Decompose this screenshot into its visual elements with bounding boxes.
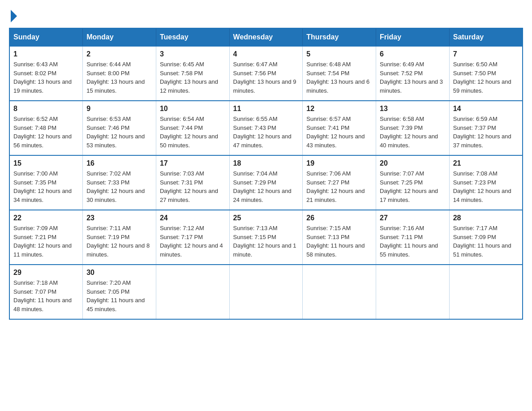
day-info: Sunrise: 6:53 AM Sunset: 7:46 PM Dayligh…: [86, 115, 152, 150]
day-number: 29: [13, 269, 79, 277]
day-info: Sunrise: 6:58 AM Sunset: 7:39 PM Dayligh…: [380, 115, 446, 150]
day-number: 15: [13, 159, 79, 167]
calendar-cell: 22 Sunrise: 7:09 AM Sunset: 7:21 PM Dayl…: [9, 210, 83, 265]
day-number: 18: [233, 159, 299, 167]
day-number: 12: [306, 105, 372, 113]
day-number: 17: [160, 159, 226, 167]
day-number: 19: [306, 159, 372, 167]
calendar-cell: 6 Sunrise: 6:49 AM Sunset: 7:52 PM Dayli…: [376, 46, 450, 101]
day-number: 22: [13, 214, 79, 222]
day-info: Sunrise: 7:02 AM Sunset: 7:33 PM Dayligh…: [86, 169, 152, 204]
day-info: Sunrise: 7:00 AM Sunset: 7:35 PM Dayligh…: [13, 169, 79, 204]
page-header: [9, 9, 523, 20]
calendar-cell: 14 Sunrise: 6:59 AM Sunset: 7:37 PM Dayl…: [449, 101, 523, 155]
day-number: 30: [86, 269, 152, 277]
day-number: 4: [233, 50, 299, 58]
day-number: 10: [160, 105, 226, 113]
day-info: Sunrise: 6:44 AM Sunset: 8:00 PM Dayligh…: [86, 60, 152, 95]
day-info: Sunrise: 7:20 AM Sunset: 7:05 PM Dayligh…: [86, 278, 152, 313]
col-header-tuesday: Tuesday: [156, 28, 229, 46]
day-info: Sunrise: 7:08 AM Sunset: 7:23 PM Dayligh…: [453, 169, 519, 204]
day-info: Sunrise: 6:49 AM Sunset: 7:52 PM Dayligh…: [380, 60, 446, 95]
day-number: 23: [86, 214, 152, 222]
day-info: Sunrise: 6:43 AM Sunset: 8:02 PM Dayligh…: [13, 60, 79, 95]
calendar-cell: 25 Sunrise: 7:13 AM Sunset: 7:15 PM Dayl…: [229, 210, 303, 265]
day-info: Sunrise: 6:47 AM Sunset: 7:56 PM Dayligh…: [233, 60, 299, 95]
calendar-cell: 20 Sunrise: 7:07 AM Sunset: 7:25 PM Dayl…: [376, 155, 450, 210]
calendar-cell: 29 Sunrise: 7:18 AM Sunset: 7:07 PM Dayl…: [9, 265, 83, 319]
calendar-week-row: 8 Sunrise: 6:52 AM Sunset: 7:48 PM Dayli…: [9, 101, 523, 155]
calendar-cell: 26 Sunrise: 7:15 AM Sunset: 7:13 PM Dayl…: [303, 210, 376, 265]
calendar-week-row: 29 Sunrise: 7:18 AM Sunset: 7:07 PM Dayl…: [9, 265, 523, 319]
calendar-week-row: 15 Sunrise: 7:00 AM Sunset: 7:35 PM Dayl…: [9, 155, 523, 210]
day-number: 5: [306, 50, 372, 58]
day-number: 9: [86, 105, 152, 113]
col-header-thursday: Thursday: [303, 28, 376, 46]
calendar-cell: 7 Sunrise: 6:50 AM Sunset: 7:50 PM Dayli…: [449, 46, 523, 101]
day-info: Sunrise: 6:50 AM Sunset: 7:50 PM Dayligh…: [453, 60, 519, 95]
day-number: 21: [453, 159, 519, 167]
calendar-cell: 30 Sunrise: 7:20 AM Sunset: 7:05 PM Dayl…: [83, 265, 156, 319]
calendar-cell: [303, 265, 376, 319]
day-info: Sunrise: 7:13 AM Sunset: 7:15 PM Dayligh…: [233, 224, 299, 259]
calendar-cell: 2 Sunrise: 6:44 AM Sunset: 8:00 PM Dayli…: [83, 46, 156, 101]
day-info: Sunrise: 7:15 AM Sunset: 7:13 PM Dayligh…: [306, 224, 372, 259]
day-info: Sunrise: 7:16 AM Sunset: 7:11 PM Dayligh…: [380, 224, 446, 259]
day-number: 11: [233, 105, 299, 113]
day-info: Sunrise: 6:59 AM Sunset: 7:37 PM Dayligh…: [453, 115, 519, 150]
calendar-cell: 13 Sunrise: 6:58 AM Sunset: 7:39 PM Dayl…: [376, 101, 450, 155]
day-info: Sunrise: 7:06 AM Sunset: 7:27 PM Dayligh…: [306, 169, 372, 204]
day-number: 16: [86, 159, 152, 167]
day-info: Sunrise: 7:18 AM Sunset: 7:07 PM Dayligh…: [13, 278, 79, 313]
col-header-wednesday: Wednesday: [229, 28, 303, 46]
calendar-cell: 11 Sunrise: 6:55 AM Sunset: 7:43 PM Dayl…: [229, 101, 303, 155]
calendar-week-row: 1 Sunrise: 6:43 AM Sunset: 8:02 PM Dayli…: [9, 46, 523, 101]
day-number: 28: [453, 214, 519, 222]
day-info: Sunrise: 7:03 AM Sunset: 7:31 PM Dayligh…: [160, 169, 226, 204]
day-info: Sunrise: 7:17 AM Sunset: 7:09 PM Dayligh…: [453, 224, 519, 259]
day-number: 1: [13, 50, 79, 58]
calendar-cell: 9 Sunrise: 6:53 AM Sunset: 7:46 PM Dayli…: [83, 101, 156, 155]
day-info: Sunrise: 6:48 AM Sunset: 7:54 PM Dayligh…: [306, 60, 372, 95]
calendar-cell: [449, 265, 523, 319]
day-info: Sunrise: 6:57 AM Sunset: 7:41 PM Dayligh…: [306, 115, 372, 150]
day-number: 3: [160, 50, 226, 58]
calendar-header-row: SundayMondayTuesdayWednesdayThursdayFrid…: [9, 28, 523, 46]
calendar-cell: 28 Sunrise: 7:17 AM Sunset: 7:09 PM Dayl…: [449, 210, 523, 265]
day-number: 7: [453, 50, 519, 58]
calendar-cell: 19 Sunrise: 7:06 AM Sunset: 7:27 PM Dayl…: [303, 155, 376, 210]
day-info: Sunrise: 7:07 AM Sunset: 7:25 PM Dayligh…: [380, 169, 446, 204]
calendar-cell: 1 Sunrise: 6:43 AM Sunset: 8:02 PM Dayli…: [9, 46, 83, 101]
day-info: Sunrise: 7:12 AM Sunset: 7:17 PM Dayligh…: [160, 224, 226, 259]
day-info: Sunrise: 7:09 AM Sunset: 7:21 PM Dayligh…: [13, 224, 79, 259]
calendar-cell: 27 Sunrise: 7:16 AM Sunset: 7:11 PM Dayl…: [376, 210, 450, 265]
logo-arrow-icon: [11, 10, 17, 22]
day-info: Sunrise: 7:11 AM Sunset: 7:19 PM Dayligh…: [86, 224, 152, 259]
calendar-table: SundayMondayTuesdayWednesdayThursdayFrid…: [9, 28, 523, 320]
calendar-cell: 18 Sunrise: 7:04 AM Sunset: 7:29 PM Dayl…: [229, 155, 303, 210]
calendar-cell: 4 Sunrise: 6:47 AM Sunset: 7:56 PM Dayli…: [229, 46, 303, 101]
calendar-cell: 16 Sunrise: 7:02 AM Sunset: 7:33 PM Dayl…: [83, 155, 156, 210]
day-number: 8: [13, 105, 79, 113]
col-header-saturday: Saturday: [449, 28, 523, 46]
day-number: 27: [380, 214, 446, 222]
day-info: Sunrise: 6:55 AM Sunset: 7:43 PM Dayligh…: [233, 115, 299, 150]
day-number: 25: [233, 214, 299, 222]
day-number: 6: [380, 50, 446, 58]
calendar-cell: 17 Sunrise: 7:03 AM Sunset: 7:31 PM Dayl…: [156, 155, 229, 210]
day-info: Sunrise: 6:52 AM Sunset: 7:48 PM Dayligh…: [13, 115, 79, 150]
col-header-sunday: Sunday: [9, 28, 83, 46]
day-number: 24: [160, 214, 226, 222]
logo-top: [9, 9, 17, 22]
day-number: 20: [380, 159, 446, 167]
day-number: 26: [306, 214, 372, 222]
col-header-monday: Monday: [83, 28, 156, 46]
calendar-cell: 5 Sunrise: 6:48 AM Sunset: 7:54 PM Dayli…: [303, 46, 376, 101]
calendar-cell: 10 Sunrise: 6:54 AM Sunset: 7:44 PM Dayl…: [156, 101, 229, 155]
day-info: Sunrise: 6:54 AM Sunset: 7:44 PM Dayligh…: [160, 115, 226, 150]
calendar-cell: [229, 265, 303, 319]
calendar-cell: 8 Sunrise: 6:52 AM Sunset: 7:48 PM Dayli…: [9, 101, 83, 155]
calendar-cell: 24 Sunrise: 7:12 AM Sunset: 7:17 PM Dayl…: [156, 210, 229, 265]
calendar-cell: 3 Sunrise: 6:45 AM Sunset: 7:58 PM Dayli…: [156, 46, 229, 101]
calendar-cell: 23 Sunrise: 7:11 AM Sunset: 7:19 PM Dayl…: [83, 210, 156, 265]
